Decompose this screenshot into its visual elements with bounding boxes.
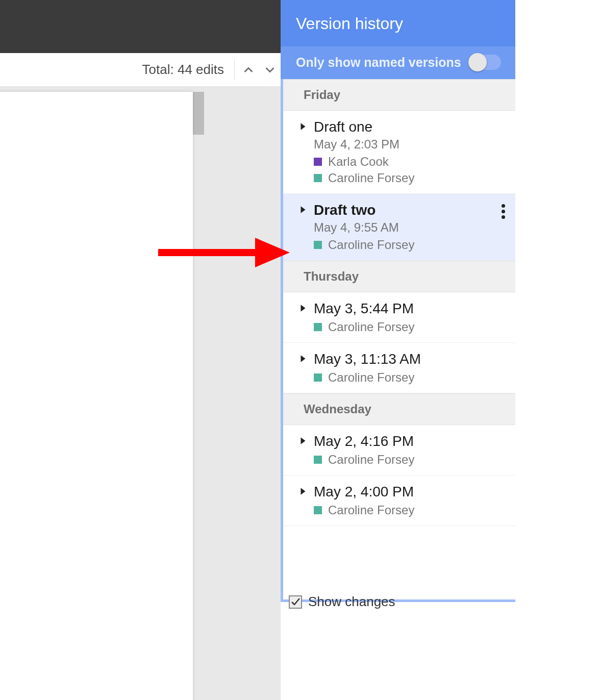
version-name: Draft one [314,119,372,135]
caret-right-icon[interactable] [299,354,307,365]
version-more-menu[interactable] [502,204,505,219]
chevron-down-icon [264,64,276,76]
svg-marker-4 [301,437,306,444]
caret-right-icon[interactable] [299,304,307,315]
version-history-list[interactable]: FridayDraft oneMay 4, 2:03 PMKarla CookC… [281,79,515,602]
body-text: questions. [0,442,181,465]
show-changes-label: Show changes [308,594,395,610]
day-header: Friday [283,79,515,111]
version-date: May 4, 9:55 AM [314,220,505,235]
chevron-up-icon [243,64,254,76]
editor-name: Caroline Forsey [328,320,414,334]
day-header: Wednesday [283,393,515,425]
editor-color-swatch [314,456,322,464]
version-item[interactable]: May 3, 11:13 AMCaroline Forsey [283,343,515,393]
editor-row: Caroline Forsey [314,453,505,467]
body-text: ple whose [0,574,181,597]
svg-marker-2 [301,305,306,312]
only-named-versions-row: Only show named versions [281,46,515,79]
version-history-panel: Version history Only show named versions… [281,0,515,602]
version-item[interactable]: Draft oneMay 4, 2:03 PMKarla CookCarolin… [283,111,515,194]
version-date: May 3, 5:44 PM [314,301,414,317]
prev-edit-button[interactable] [238,59,259,81]
separator [234,60,235,80]
caret-right-icon[interactable] [299,487,307,498]
editor-color-swatch [314,241,322,249]
editor-name: Caroline Forsey [328,370,414,385]
editor-color-swatch [314,158,322,166]
scrollbar-track[interactable] [193,92,204,135]
editor-color-swatch [314,506,322,514]
document-page[interactable]: rsonality Test oreau uncover layers rd!)… [0,92,193,700]
day-header: Thursday [283,261,515,292]
editor-color-swatch [314,323,322,331]
toggle-knob [468,53,487,71]
edit-count-bar: Total: 44 edits [0,53,281,87]
editor-row: Karla Cook [314,155,505,169]
document-canvas: rsonality Test oreau uncover layers rd!)… [0,87,281,700]
editor-name: Caroline Forsey [328,453,414,467]
editor-row: Caroline Forsey [314,370,505,385]
editor-row: Caroline Forsey [314,171,505,185]
only-named-versions-label: Only show named versions [296,55,461,70]
editor-row: Caroline Forsey [314,238,505,252]
body-text: on is [0,597,181,620]
version-item[interactable]: May 2, 4:00 PMCaroline Forsey [283,476,515,526]
version-name: Draft two [314,202,376,218]
show-changes-row[interactable]: Show changes [284,587,401,617]
editor-row: Caroline Forsey [314,320,505,334]
version-date: May 3, 11:13 AM [314,351,421,367]
top-app-bar [0,0,281,53]
version-item[interactable]: Draft twoMay 4, 9:55 AMCaroline Forsey [283,194,515,261]
caret-right-icon[interactable] [299,205,307,216]
body-text: ou make [0,552,181,574]
version-date: May 2, 4:00 PM [314,484,414,500]
version-item[interactable]: May 2, 4:16 PMCaroline Forsey [283,425,515,476]
body-text: based insight [0,485,181,508]
version-date: May 2, 4:16 PM [314,433,414,449]
total-edits-label: Total: 44 edits [142,62,224,78]
body-text: paths. Some [0,419,181,442]
caret-right-icon[interactable] [299,436,307,447]
show-changes-checkbox[interactable] [289,595,302,609]
editor-name: Caroline Forsey [328,171,414,185]
editor-name: Karla Cook [328,155,389,169]
body-text: rd!). [0,353,181,376]
editor-row: Caroline Forsey [314,503,505,517]
body-text: t. [0,508,181,531]
editor-color-swatch [314,174,322,182]
svg-marker-3 [301,355,306,362]
version-history-title: Version history [281,0,515,46]
next-edit-button[interactable] [259,59,281,81]
svg-marker-5 [301,488,306,495]
caret-right-icon[interactable] [299,122,307,133]
editor-name: Caroline Forsey [328,503,414,517]
checkmark-icon [290,597,301,607]
svg-marker-0 [301,123,306,130]
version-item[interactable]: May 3, 5:44 PMCaroline Forsey [283,292,515,343]
document-content: rsonality Test oreau uncover layers rd!)… [0,227,181,620]
editor-name: Caroline Forsey [328,238,414,252]
version-date: May 4, 2:03 PM [314,137,505,152]
only-named-versions-toggle[interactable] [469,55,501,70]
body-text: uncover layers [0,330,181,353]
editor-color-swatch [314,373,322,382]
svg-marker-1 [301,206,306,213]
body-text: some label you [0,396,181,419]
